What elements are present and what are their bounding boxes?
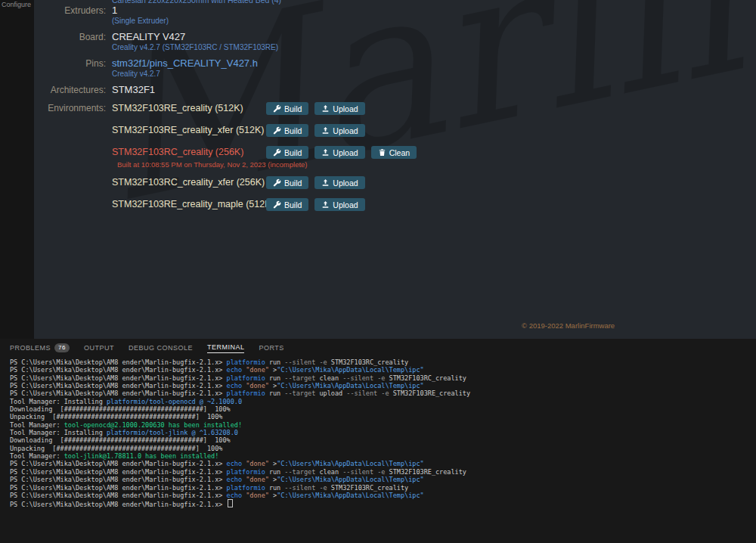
panel-content: Extruders:1(Single Extruder)Board:CREALI… [34, 5, 756, 220]
field-row: Extruders:1(Single Extruder) [34, 5, 756, 26]
terminal-line: PS C:\Users\Mika\Desktop\AM8 ender\Marli… [10, 389, 756, 397]
field-label: Pins: [34, 57, 106, 79]
build-button[interactable]: Build [266, 198, 308, 211]
button-label: Build [284, 200, 302, 209]
environment-row: STM32F103RE_creality_xfer (512K)BuildUpl… [112, 124, 756, 137]
configure-tree-item[interactable]: Configure [0, 0, 34, 8]
panel-tab-debug-console[interactable]: DEBUG CONSOLE [129, 339, 193, 357]
tab-label: PROBLEMS [10, 344, 51, 352]
terminal-line: PS C:\Users\Mika\Desktop\AM8 ender\Marli… [10, 460, 756, 467]
copyright-footer: © 2019-2022 MarlinFirmware [522, 321, 615, 330]
terminal-line: PS C:\Users\Mika\Desktop\AM8 ender\Marli… [10, 499, 756, 508]
terminal-line: Tool Manager: tool-jlink@1.78811.0 has b… [10, 452, 756, 460]
terminal-line: Tool Manager: Installing platformio/tool… [10, 429, 756, 436]
environment-name: STM32F103RE_creality (512K) [112, 102, 266, 115]
button-label: Upload [333, 104, 358, 113]
build-status-note: Built at 10:08:55 PM on Thursday, Nov 2,… [117, 160, 756, 169]
field-subtitle: Creality v4.2.7 (STM32F103RC / STM32F103… [112, 42, 278, 52]
environments-section: Environments: STM32F103RE_creality (512K… [34, 102, 756, 220]
button-label: Upload [333, 148, 358, 157]
wrench-icon [273, 200, 281, 209]
terminal-line: Tool Manager: tool-openocd@2.1000.200630… [10, 421, 756, 429]
terminal-cursor [228, 499, 233, 507]
terminal-line: Tool Manager: Installing platformio/tool… [10, 398, 756, 405]
wrench-icon [273, 104, 281, 113]
terminal-line: Unpacking [#############################… [10, 445, 756, 452]
terminal-line: PS C:\Users\Mika\Desktop\AM8 ender\Marli… [10, 492, 756, 499]
terminal-line: PS C:\Users\Mika\Desktop\AM8 ender\Marli… [10, 374, 756, 382]
upload-button[interactable]: Upload [314, 198, 364, 211]
environment-row: STM32F103RE_creality_maple (512K)BuildUp… [112, 198, 756, 211]
environment-name: STM32F103RE_creality_xfer (512K) [112, 124, 266, 137]
environments-list: STM32F103RE_creality (512K)BuildUploadST… [112, 102, 756, 220]
button-label: Upload [333, 200, 358, 209]
upload-icon [321, 126, 330, 135]
panel-tab-problems[interactable]: PROBLEMS76 [10, 339, 70, 357]
environment-row: STM32F103RC_creality (256K)BuildUploadCl… [112, 146, 756, 159]
terminal-line: Downloading [###########################… [10, 405, 756, 413]
field-row: Board:CREALITY V427Creality v4.2.7 (STM3… [34, 31, 756, 52]
terminal-line: Unpacking [#############################… [10, 413, 756, 420]
terminal-output[interactable]: PS C:\Users\Mika\Desktop\AM8 ender\Marli… [0, 357, 756, 543]
terminal-line: PS C:\Users\Mika\Desktop\AM8 ender\Marli… [10, 484, 756, 492]
upload-icon [321, 178, 330, 187]
field-value: CREALITY V427 [112, 31, 278, 42]
upload-icon [321, 148, 330, 157]
panel-tab-output[interactable]: OUTPUT [84, 339, 114, 357]
tab-label: TERMINAL [207, 343, 245, 353]
build-button[interactable]: Build [266, 124, 308, 137]
activity-sidebar-strip: Configure [0, 0, 34, 339]
tab-label: OUTPUT [84, 344, 114, 352]
environments-label: Environments: [34, 102, 106, 220]
button-label: Upload [333, 178, 358, 188]
button-label: Build [284, 104, 302, 113]
field-row: Pins:stm32f1/pins_CREALITY_V427.hCrealit… [34, 57, 756, 79]
field-label: Board: [34, 31, 106, 52]
trash-icon [378, 148, 386, 157]
upload-button[interactable]: Upload [314, 176, 364, 189]
button-label: Clean [389, 148, 410, 157]
tab-label: PORTS [259, 344, 284, 352]
environment-name: STM32F103RE_creality_maple (512K) [112, 198, 266, 211]
terminal-line: PS C:\Users\Mika\Desktop\AM8 ender\Marli… [10, 476, 756, 483]
wrench-icon [273, 148, 281, 157]
wrench-icon [273, 178, 281, 187]
button-label: Build [284, 178, 302, 188]
button-label: Upload [333, 126, 358, 135]
tab-label: DEBUG CONSOLE [129, 344, 193, 352]
environment-row: STM32F103RC_creality_xfer (256K)BuildUpl… [112, 176, 756, 189]
panel-tab-ports[interactable]: PORTS [259, 339, 284, 357]
auto-build-marlin-panel: Marlin Cartesian 220x220x250mm with Heat… [34, 0, 756, 339]
field-row: Architectures:STM32F1 [34, 84, 756, 96]
panel-tabbar: PROBLEMS76OUTPUTDEBUG CONSOLETERMINALPOR… [0, 339, 756, 357]
terminal-line: PS C:\Users\Mika\Desktop\AM8 ender\Marli… [10, 358, 756, 366]
pins-file-link[interactable]: stm32f1/pins_CREALITY_V427.h [112, 57, 258, 69]
panel-tab-terminal[interactable]: TERMINAL [207, 339, 245, 357]
upload-button[interactable]: Upload [314, 124, 364, 137]
environment-name: STM32F103RC_creality_xfer (256K) [112, 176, 266, 189]
terminal-line: PS C:\Users\Mika\Desktop\AM8 ender\Marli… [10, 382, 756, 389]
fields: Extruders:1(Single Extruder)Board:CREALI… [34, 5, 756, 96]
vscode-bottom-panel: PROBLEMS76OUTPUTDEBUG CONSOLETERMINALPOR… [0, 339, 756, 543]
environment-row: STM32F103RE_creality (512K)BuildUpload [112, 102, 756, 115]
field-subtitle: Creality v4.2.7 [112, 69, 258, 79]
build-button[interactable]: Build [266, 102, 308, 115]
upload-button[interactable]: Upload [314, 102, 364, 115]
button-label: Build [284, 148, 302, 157]
build-button[interactable]: Build [266, 146, 308, 159]
field-value: STM32F1 [112, 84, 155, 95]
field-label: Extruders: [34, 5, 106, 26]
terminal-line: PS C:\Users\Mika\Desktop\AM8 ender\Marli… [10, 468, 756, 476]
terminal-line: PS C:\Users\Mika\Desktop\AM8 ender\Marli… [10, 366, 756, 374]
build-button[interactable]: Build [266, 176, 308, 189]
field-value: 1 [112, 5, 169, 16]
wrench-icon [273, 126, 281, 135]
problems-count-badge: 76 [54, 343, 70, 352]
upload-button[interactable]: Upload [314, 146, 364, 159]
upload-icon [321, 200, 330, 209]
button-label: Build [284, 126, 302, 135]
terminal-line: Downloading [###########################… [10, 436, 756, 444]
environment-name: STM32F103RC_creality (256K) [112, 146, 266, 159]
field-label: Architectures: [34, 84, 106, 96]
clean-button[interactable]: Clean [371, 146, 417, 159]
